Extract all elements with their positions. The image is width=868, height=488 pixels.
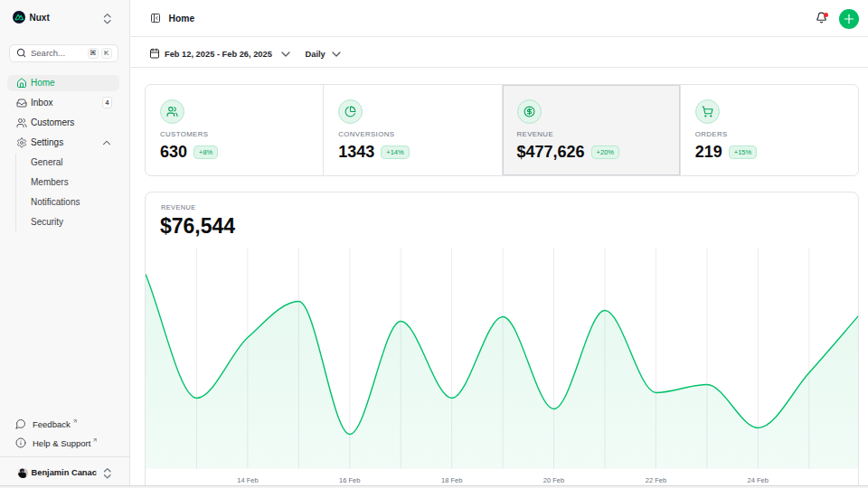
svg-text:14 Feb: 14 Feb: [237, 476, 258, 484]
svg-text:18 Feb: 18 Feb: [441, 476, 462, 484]
svg-text:22 Feb: 22 Feb: [645, 476, 665, 484]
svg-text:16 Feb: 16 Feb: [339, 476, 360, 484]
svg-text:24 Feb: 24 Feb: [747, 476, 768, 484]
svg-text:20 Feb: 20 Feb: [542, 476, 563, 484]
